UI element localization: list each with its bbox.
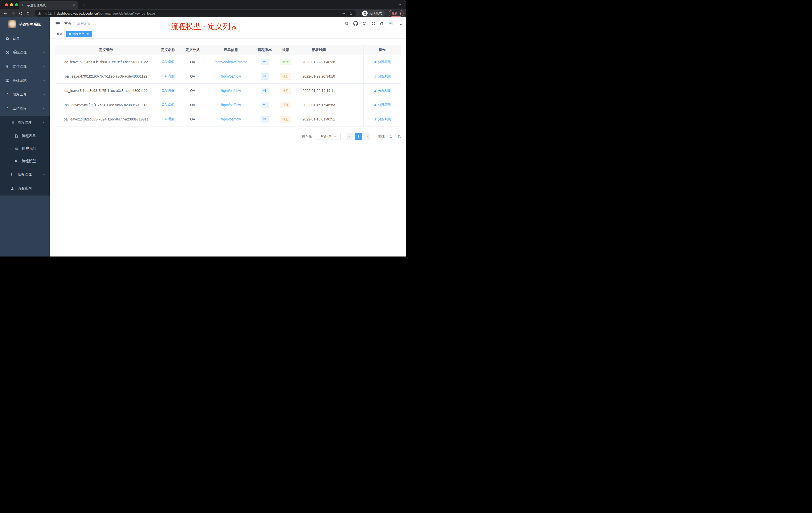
sidebar-item-payment[interactable]: ¥ 支付管理 bbox=[0, 59, 50, 73]
reload-icon[interactable] bbox=[18, 10, 24, 16]
workflow-submenu: 流程管理 流程表单 用户分组 bbox=[0, 116, 50, 195]
help-question-icon[interactable] bbox=[362, 21, 367, 26]
new-tab-button[interactable]: + bbox=[81, 2, 87, 8]
next-page-button[interactable] bbox=[364, 133, 370, 140]
goto-page-input[interactable] bbox=[387, 133, 395, 140]
minimize-window-button[interactable] bbox=[10, 3, 13, 6]
browser-menu-kebab-icon[interactable] bbox=[400, 12, 401, 15]
brand-header[interactable]: 芋道管理系统 bbox=[0, 17, 50, 31]
browser-tab[interactable]: 芋道管理系统 × bbox=[19, 1, 78, 9]
font-size-icon[interactable]: tT bbox=[380, 21, 383, 26]
tag-process-definition[interactable]: 流程定义 × bbox=[66, 31, 92, 37]
definition-name-link[interactable]: OA 请假 bbox=[162, 117, 174, 121]
sidebar-item-label: 系统管理 bbox=[12, 50, 42, 55]
sidebar-item-label: 基础设施 bbox=[12, 78, 42, 83]
form-info-link[interactable]: /bpm/oa/flow bbox=[221, 74, 241, 78]
tab-search-caret-icon[interactable]: ⌄ bbox=[399, 2, 402, 6]
status-badge: 挂起 bbox=[280, 73, 291, 80]
avatar[interactable] bbox=[388, 20, 395, 27]
sidebar-item-workflow[interactable]: 工作流程 bbox=[0, 102, 50, 116]
assign-rule-label: 分配规则 bbox=[378, 60, 391, 64]
sidebar-item-process-model[interactable]: 流程模型 bbox=[0, 155, 50, 168]
form-info-link[interactable]: /bpm/oa/flow bbox=[221, 117, 241, 121]
table-row: oa_leave:2:3c1f0ef1-76b1-11ec-9c66-a2380… bbox=[55, 98, 401, 112]
tab-close-icon[interactable]: × bbox=[72, 3, 76, 7]
version-badge: v4 bbox=[261, 73, 269, 80]
table-row: oa_leave:4:991f2193-7b7f-11ec-a3c8-acde4… bbox=[55, 69, 401, 84]
page-size-select[interactable]: 10条/页 bbox=[316, 133, 341, 140]
form-info-link[interactable]: /bpm/oa/leave/create bbox=[214, 60, 247, 64]
assign-rule-button[interactable]: 分配规则 bbox=[374, 103, 391, 107]
select-caret-icon bbox=[334, 135, 337, 138]
home-icon[interactable] bbox=[25, 10, 31, 16]
sidebar-item-process-management[interactable]: 流程管理 bbox=[0, 116, 50, 130]
person-icon bbox=[10, 186, 14, 190]
sidebar-item-dev-tools[interactable]: 研发工具 bbox=[0, 88, 50, 102]
column-header-deploy-time: 部署时间 bbox=[297, 48, 341, 52]
security-label[interactable]: 不安全 bbox=[43, 11, 52, 16]
goto-unit-label: 页 bbox=[398, 134, 401, 139]
tag-home[interactable]: 首页 bbox=[54, 31, 65, 37]
chevron-right-icon bbox=[366, 135, 369, 138]
sidebar-item-label: 流程表单 bbox=[22, 134, 45, 138]
sidebar-item-home[interactable]: 首页 bbox=[0, 31, 50, 46]
definition-name-link[interactable]: OA 请假 bbox=[162, 74, 174, 78]
forward-icon[interactable] bbox=[10, 10, 16, 16]
sidebar-item-process-form[interactable]: 流程表单 bbox=[0, 130, 50, 142]
github-icon[interactable] bbox=[353, 21, 358, 26]
version-badge: v5 bbox=[261, 59, 269, 65]
goto-label: 前往 bbox=[378, 134, 385, 139]
status-badge: 挂起 bbox=[280, 88, 291, 94]
table-row: oa_leave:5:004b710b-7b8a-11ec-8ef0-acde4… bbox=[55, 55, 401, 69]
breadcrumb-home[interactable]: 首页 bbox=[64, 21, 71, 26]
assign-rule-button[interactable]: 分配规则 bbox=[374, 74, 391, 79]
definition-category: OA bbox=[179, 74, 206, 78]
address-bar[interactable]: 不安全 dashboard.yudao.iocoder.cn/bpm/manag… bbox=[35, 10, 356, 17]
form-info-link[interactable]: /bpm/oa/flow bbox=[221, 89, 241, 93]
sidebar-item-system[interactable]: 系统管理 bbox=[0, 46, 50, 59]
sidebar-item-label: 任务管理 bbox=[18, 172, 42, 177]
prev-page-button[interactable] bbox=[347, 133, 353, 140]
zoom-window-button[interactable] bbox=[15, 3, 18, 6]
assign-rule-label: 分配规则 bbox=[378, 74, 391, 79]
form-info-link[interactable]: /bpm/oa/flow bbox=[221, 103, 241, 107]
sidebar-item-infrastructure[interactable]: 基础设施 bbox=[0, 73, 50, 88]
status-badge: 激活 bbox=[280, 59, 291, 65]
chevron-down-icon bbox=[42, 65, 45, 68]
list-icon bbox=[10, 121, 14, 125]
page-content: 定义编号 定义名称 定义分类 表单信息 流程版本 状态 部署时间 操作 oa_l… bbox=[50, 38, 406, 256]
close-window-button[interactable] bbox=[5, 3, 8, 6]
column-header-actions: 操作 bbox=[363, 45, 401, 55]
assign-rule-button[interactable]: 分配规则 bbox=[374, 60, 391, 64]
chevron-down-icon bbox=[42, 79, 45, 82]
paper-plane-icon bbox=[14, 159, 19, 163]
sidebar-item-leave-query[interactable]: 请假查询 bbox=[0, 181, 50, 195]
assign-rule-button[interactable]: 分配规则 bbox=[374, 88, 391, 93]
sidebar-item-task-management[interactable]: 任务管理 bbox=[0, 168, 50, 181]
sidebar-item-user-group[interactable]: 用户分组 bbox=[0, 142, 50, 155]
assign-rule-button[interactable]: 分配规则 bbox=[374, 117, 391, 121]
back-icon[interactable] bbox=[2, 10, 8, 16]
chevron-down-icon bbox=[42, 93, 45, 96]
tag-close-icon[interactable]: × bbox=[86, 32, 90, 36]
fullscreen-icon[interactable] bbox=[371, 21, 376, 26]
password-key-icon[interactable] bbox=[341, 11, 345, 16]
search-icon[interactable] bbox=[345, 21, 349, 26]
status-badge: 挂起 bbox=[280, 116, 291, 122]
definition-name-link[interactable]: OA 请假 bbox=[162, 103, 174, 107]
avatar-caret-down-icon[interactable] bbox=[400, 24, 402, 26]
deploy-time: 2022-01-16 17:46:53 bbox=[297, 103, 341, 107]
update-browser-button[interactable]: 更新 bbox=[389, 10, 404, 17]
table-row: oa_leave:3:1fad3d93-7b75-11ec-a3c8-acde4… bbox=[55, 84, 401, 98]
table-header-row: 定义编号 定义名称 定义分类 表单信息 流程版本 状态 部署时间 操作 bbox=[55, 45, 401, 55]
sidebar-collapse-hamburger-icon[interactable] bbox=[55, 21, 60, 26]
version-badge: v1 bbox=[261, 116, 269, 122]
definition-name-link[interactable]: OA 请假 bbox=[162, 60, 174, 64]
tags-view-bar: 首页 流程定义 × bbox=[50, 30, 406, 38]
bookmark-star-icon[interactable] bbox=[349, 11, 353, 16]
definition-name-link[interactable]: OA 请假 bbox=[162, 88, 174, 92]
pagination-total: 共 5 条 bbox=[302, 134, 312, 139]
page-size-value: 10条/页 bbox=[320, 134, 331, 139]
page-number-button[interactable]: 1 bbox=[355, 133, 362, 140]
definition-category: OA bbox=[179, 103, 206, 107]
